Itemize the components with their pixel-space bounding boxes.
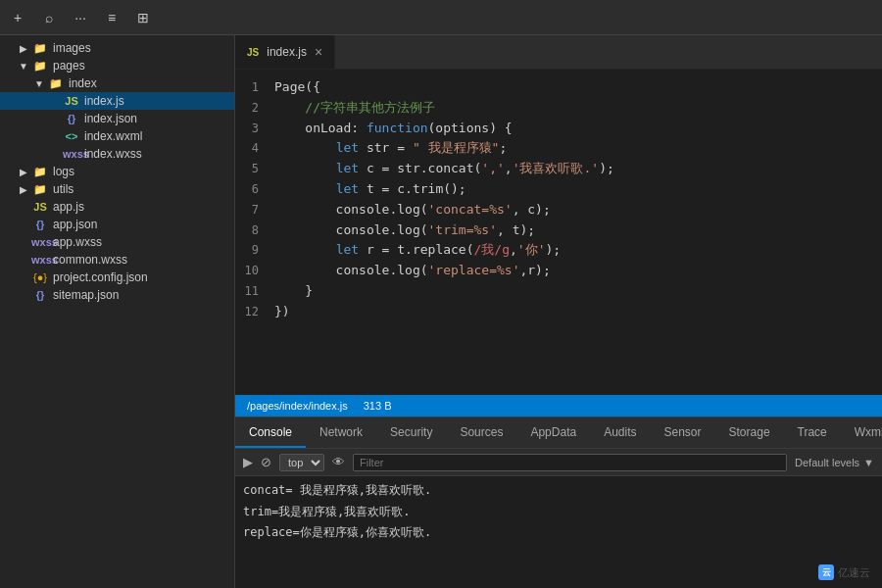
- json-file-icon: {}: [63, 113, 80, 124]
- editor-tab-index-js[interactable]: JS index.js ×: [235, 35, 335, 69]
- sidebar-item-index-json[interactable]: {} index.json: [0, 110, 234, 127]
- sidebar-item-label: index: [69, 76, 97, 90]
- console-output-line: trim=我是程序猿,我喜欢听歌.: [243, 502, 874, 523]
- tab-audits[interactable]: Audits: [590, 417, 650, 448]
- folder-icon: 📁: [31, 166, 49, 178]
- sidebar-item-label: project.config.json: [53, 270, 148, 284]
- sidebar-item-index-wxml[interactable]: <> index.wxml: [0, 127, 234, 145]
- console-output-line: replace=你是程序猿,你喜欢听歌.: [243, 522, 874, 544]
- sidebar-item-app-wxss[interactable]: wxss app.wxss: [0, 233, 234, 251]
- code-line: 7 console.log('concat=%s', c);: [235, 200, 882, 220]
- list-icon[interactable]: ≡: [102, 10, 122, 25]
- file-path: /pages/index/index.js: [247, 400, 348, 412]
- sidebar-item-app-json[interactable]: {} app.json: [0, 216, 234, 233]
- code-line: 9 let r = t.replace(/我/g,'你');: [235, 240, 882, 261]
- tab-appdata[interactable]: AppData: [516, 417, 590, 448]
- sidebar-item-utils[interactable]: ▶ 📁 utils: [0, 180, 234, 198]
- sidebar-item-pages[interactable]: ▼ 📁 pages: [0, 57, 234, 74]
- chevron-down-icon: ▼: [863, 457, 874, 468]
- search-icon[interactable]: ⌕: [39, 10, 59, 25]
- sidebar-item-app-js[interactable]: JS app.js: [0, 198, 234, 216]
- code-line: 8 console.log('trim=%s', t);: [235, 220, 882, 241]
- tab-sensor[interactable]: Sensor: [651, 417, 715, 448]
- wxss-file-icon: wxss: [31, 236, 49, 248]
- arrow-icon: ▼: [31, 78, 47, 89]
- add-icon[interactable]: +: [8, 10, 27, 25]
- code-line: 3 onLoad: function(options) {: [235, 119, 882, 139]
- console-output: concat= 我是程序猿,我喜欢听歌. trim=我是程序猿,我喜欢听歌. r…: [235, 476, 882, 588]
- sidebar-item-label: common.wxss: [53, 253, 127, 267]
- sidebar-item-project-config[interactable]: {●} project.config.json: [0, 269, 234, 286]
- code-line: 5 let c = str.concat(',','我喜欢听歌.');: [235, 159, 882, 179]
- sidebar-item-index-js[interactable]: JS index.js: [0, 92, 234, 110]
- level-label: Default levels: [795, 457, 859, 468]
- sidebar-item-images[interactable]: ▶ 📁 images: [0, 39, 234, 57]
- status-bar: /pages/index/index.js 313 B: [235, 395, 882, 416]
- tab-sources[interactable]: Sources: [446, 417, 516, 448]
- console-filter-input[interactable]: [353, 454, 787, 471]
- tab-close-icon[interactable]: ×: [315, 44, 322, 60]
- tab-file-icon: JS: [247, 47, 259, 58]
- json-file-icon: {}: [31, 219, 49, 230]
- folder-icon: 📁: [31, 60, 49, 73]
- tab-security[interactable]: Security: [376, 417, 446, 448]
- code-editor[interactable]: 1 Page({ 2 //字符串其他方法例子 3 onLoad: functio…: [235, 70, 882, 395]
- main-area: ▶ 📁 images ▼ 📁 pages ▼ 📁 index: [0, 35, 882, 588]
- sidebar-item-common-wxss[interactable]: wxss common.wxss: [0, 251, 234, 269]
- layout-icon[interactable]: ⊞: [133, 10, 153, 25]
- tab-storage[interactable]: Storage: [715, 417, 784, 448]
- js-file-icon: JS: [31, 201, 49, 213]
- tab-trace[interactable]: Trace: [784, 417, 841, 448]
- wxss-file-icon: wxss: [63, 148, 80, 160]
- tab-label: index.js: [267, 45, 307, 59]
- config-file-icon: {●}: [31, 271, 49, 283]
- sidebar-item-index-wxss[interactable]: wxss index.wxss: [0, 145, 234, 163]
- sidebar-item-sitemap-json[interactable]: {} sitemap.json: [0, 286, 234, 304]
- file-explorer: ▶ 📁 images ▼ 📁 pages ▼ 📁 index: [0, 35, 235, 588]
- arrow-icon: ▶: [16, 43, 31, 54]
- sidebar-item-label: pages: [53, 59, 85, 73]
- code-line: 10 console.log('replace=%s',r);: [235, 261, 882, 281]
- editor-tab-bar: JS index.js ×: [235, 35, 882, 70]
- code-line: 2 //字符串其他方法例子: [235, 98, 882, 119]
- console-toolbar: ▶ ⊘ top 👁 Default levels ▼: [235, 449, 882, 476]
- tab-network[interactable]: Network: [306, 417, 376, 448]
- arrow-icon: ▼: [16, 61, 31, 72]
- wxml-file-icon: <>: [63, 130, 80, 142]
- brand-name: 亿速云: [838, 565, 870, 580]
- tab-wxml[interactable]: Wxml: [841, 417, 882, 448]
- code-line: 6 let t = c.trim();: [235, 179, 882, 200]
- toolbar: + ⌕ ··· ≡ ⊞: [0, 0, 882, 35]
- console-output-line: concat= 我是程序猿,我喜欢听歌.: [243, 480, 874, 502]
- clear-icon[interactable]: ⊘: [261, 455, 271, 469]
- devtools-tab-bar: Console Network Security Sources AppData…: [235, 417, 882, 449]
- tab-console[interactable]: Console: [235, 417, 306, 448]
- folder-icon: 📁: [31, 183, 49, 196]
- more-icon[interactable]: ···: [71, 10, 90, 25]
- code-line: 1 Page({: [235, 77, 882, 98]
- execute-icon[interactable]: ▶: [243, 455, 253, 469]
- wxss-file-icon: wxss: [31, 254, 49, 266]
- sidebar-item-logs[interactable]: ▶ 📁 logs: [0, 163, 234, 180]
- devtools-panel: Console Network Security Sources AppData…: [235, 416, 882, 588]
- eye-icon[interactable]: 👁: [332, 455, 345, 469]
- brand-icon: 云: [818, 564, 834, 580]
- sidebar-item-label: images: [53, 41, 91, 55]
- console-level-dropdown[interactable]: Default levels ▼: [795, 457, 874, 468]
- sidebar-item-label: index.js: [84, 94, 124, 108]
- sidebar-item-label: app.js: [53, 200, 84, 214]
- sidebar-item-label: index.wxml: [84, 129, 142, 143]
- code-line: 12 }): [235, 302, 882, 322]
- context-select[interactable]: top: [279, 454, 324, 471]
- editor-area: JS index.js × 1 Page({ 2 //字符串其他方法例子 3: [235, 35, 882, 588]
- code-line: 11 }: [235, 281, 882, 302]
- sidebar-item-label: sitemap.json: [53, 288, 119, 302]
- brand-watermark: 云 亿速云: [818, 564, 870, 580]
- arrow-icon: ▶: [16, 167, 31, 177]
- file-size: 313 B: [364, 400, 392, 412]
- sidebar-item-label: app.json: [53, 218, 97, 231]
- sidebar-item-index-folder[interactable]: ▼ 📁 index: [0, 74, 234, 92]
- json-file-icon: {}: [31, 289, 49, 301]
- sidebar-item-label: index.wxss: [84, 147, 142, 161]
- sidebar-item-label: logs: [53, 165, 74, 178]
